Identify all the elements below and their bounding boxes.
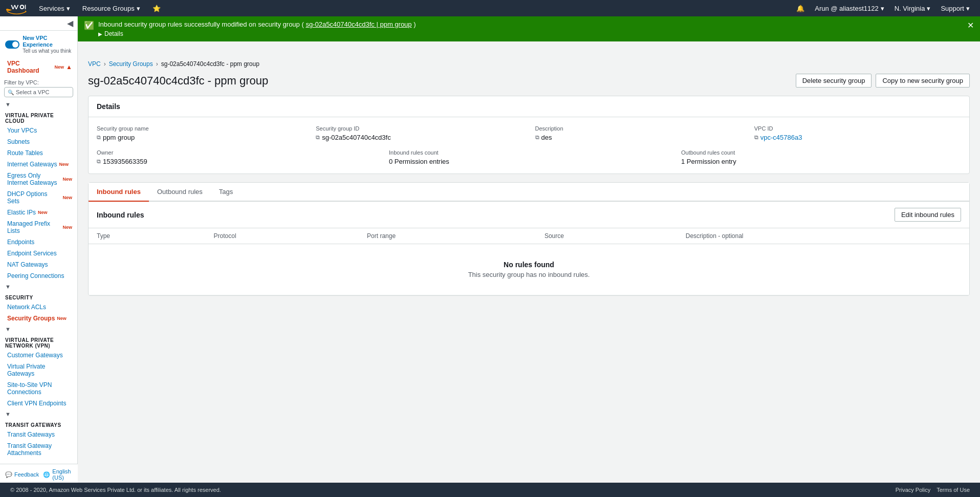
- region-menu[interactable]: N. Virginia ▾: [890, 0, 935, 16]
- notifications-button[interactable]: 🔔: [792, 0, 809, 16]
- details-card-header: Details: [89, 96, 969, 117]
- sidebar-transit-divider[interactable]: ▼: [0, 409, 77, 419]
- breadcrumb-vpc-link[interactable]: VPC: [88, 60, 101, 68]
- tab-outbound-rules[interactable]: Outbound rules: [149, 183, 211, 202]
- sidebar-item-customer-gateways[interactable]: Customer Gateways: [0, 350, 77, 361]
- copy-to-new-sg-button[interactable]: Copy to new security group: [876, 74, 970, 88]
- top-navigation: Services ▾ Resource Groups ▾ ⭐ 🔔 Arun @ …: [0, 0, 980, 16]
- sidebar-item-peering-connections[interactable]: Peering Connections: [0, 270, 77, 282]
- detail-owner: Owner ⧉ 153935663359: [97, 149, 377, 165]
- tab-tags[interactable]: Tags: [211, 183, 241, 202]
- sidebar-category-vpn: VIRTUAL PRIVATE NETWORK (VPN): [0, 334, 77, 350]
- mpl-badge: New: [62, 225, 72, 230]
- vpc-id-link[interactable]: vpc-c45786a3: [760, 134, 802, 141]
- sidebar-item-elastic-ips[interactable]: Elastic IPs New: [0, 207, 77, 218]
- support-chevron-icon: ▾: [966, 5, 970, 12]
- inbound-rules-title: Inbound rules: [97, 211, 144, 219]
- sidebar-item-your-vpcs[interactable]: Your VPCs: [0, 125, 77, 136]
- sidebar-footer: 💬 Feedback 🌐 English (US): [0, 464, 78, 485]
- page-footer: © 2008 - 2020, Amazon Web Services Priva…: [0, 483, 980, 497]
- breadcrumb-sep-1: ›: [104, 60, 106, 68]
- sidebar-item-managed-prefix-lists[interactable]: Managed Prefix Lists New: [0, 218, 77, 236]
- sidebar-item-site-to-site-vpn[interactable]: Site-to-Site VPN Connections: [0, 379, 77, 398]
- rules-tabs: Inbound rules Outbound rules Tags: [89, 183, 969, 202]
- eip-badge: New: [38, 210, 48, 215]
- aws-logo[interactable]: [6, 2, 27, 14]
- footer-right: Privacy Policy Terms of Use: [896, 487, 970, 493]
- sidebar-item-virtual-private-gateways[interactable]: Virtual Private Gateways: [0, 361, 77, 379]
- alert-sg-link[interactable]: sg-02a5c40740c4cd3fc | ppm group: [306, 20, 411, 28]
- privacy-policy-link[interactable]: Privacy Policy: [896, 487, 930, 493]
- eig-badge: New: [62, 177, 72, 182]
- alert-details-toggle[interactable]: ▶ Details: [98, 30, 416, 37]
- sidebar-item-egress-gateways[interactable]: Egress Only Internet Gateways New: [0, 170, 77, 188]
- inbound-rules-card-header: Inbound rules Edit inbound rules: [89, 202, 969, 228]
- sidebar-vpn-divider[interactable]: ▼: [0, 282, 77, 292]
- resource-groups-menu[interactable]: Resource Groups ▾: [78, 0, 144, 16]
- region-chevron-icon: ▾: [927, 5, 930, 12]
- sidebar-item-transit-gateway-attachments[interactable]: Transit Gateway Attachments: [0, 440, 77, 459]
- sidebar-item-route-tables[interactable]: Route Tables: [0, 147, 77, 159]
- success-alert-banner: ✅ Inbound security group rules successfu…: [78, 16, 980, 41]
- edit-inbound-rules-button[interactable]: Edit inbound rules: [895, 208, 961, 222]
- description-copy-icon[interactable]: ⧉: [535, 134, 539, 141]
- vpc-filter-select[interactable]: 🔍 Select a VPC: [4, 87, 73, 97]
- tab-inbound-rules[interactable]: Inbound rules: [89, 183, 149, 202]
- owner-value: ⧉ 153935663359: [97, 158, 377, 165]
- sidebar-item-endpoints[interactable]: Endpoints: [0, 236, 77, 248]
- inbound-rules-table: Type Protocol Port range Source Descript…: [89, 228, 969, 295]
- col-protocol: Protocol: [206, 228, 359, 244]
- sg-id-copy-icon[interactable]: ⧉: [316, 134, 320, 141]
- services-menu[interactable]: Services ▾: [35, 0, 74, 16]
- feedback-button[interactable]: 💬 Feedback: [5, 471, 39, 478]
- sidebar-item-client-vpn-endpoints[interactable]: Client VPN Endpoints: [0, 398, 77, 409]
- sidebar-item-dhcp-options[interactable]: DHCP Options Sets New: [0, 188, 77, 207]
- sidebar-collapse-arrow[interactable]: ▼: [0, 99, 77, 110]
- search-icon: 🔍: [8, 90, 14, 95]
- delete-security-group-button[interactable]: Delete security group: [796, 74, 872, 88]
- globe-icon: 🌐: [43, 471, 50, 478]
- sidebar-toggle: ◀: [0, 16, 77, 31]
- vpc-id-copy-icon[interactable]: ⧉: [754, 134, 758, 141]
- vpc-experience-toggle-section: New VPC Experience Tell us what you thin…: [0, 31, 77, 58]
- details-card-body: Security group name ⧉ ppm group Security…: [89, 117, 969, 174]
- dhcp-badge: New: [62, 195, 72, 200]
- empty-sub: This security group has no inbound rules…: [105, 271, 953, 278]
- language-button[interactable]: 🌐 English (US): [43, 468, 73, 481]
- support-menu[interactable]: Support ▾: [937, 0, 974, 16]
- sidebar-collapse-button[interactable]: ◀: [67, 18, 73, 28]
- detail-sg-id: Security group ID ⧉ sg-02a5c40740c4cd3fc: [316, 125, 522, 141]
- services-chevron-icon: ▾: [67, 5, 70, 12]
- empty-state: No rules found This security group has n…: [97, 248, 961, 291]
- sidebar-item-endpoint-services[interactable]: Endpoint Services: [0, 248, 77, 259]
- inbound-count-value: 0 Permission entries: [389, 158, 669, 165]
- alert-details-arrow-icon: ▶: [98, 31, 102, 37]
- breadcrumb-current: sg-02a5c40740c4cd3fc - ppm group: [161, 60, 259, 68]
- sg-id-value: ⧉ sg-02a5c40740c4cd3fc: [316, 134, 522, 141]
- sidebar-item-vpc-dashboard[interactable]: VPC Dashboard New ▲: [0, 58, 77, 76]
- user-menu[interactable]: Arun @ aliastest1122 ▾: [811, 0, 888, 16]
- breadcrumb-security-groups-link[interactable]: Security Groups: [109, 60, 153, 68]
- owner-copy-icon[interactable]: ⧉: [97, 158, 101, 165]
- sidebar-item-nat-gateways[interactable]: NAT Gateways: [0, 259, 77, 270]
- header-actions: Delete security group Copy to new securi…: [796, 74, 970, 88]
- sidebar-item-transit-gateways[interactable]: Transit Gateways: [0, 429, 77, 440]
- new-vpc-experience-toggle[interactable]: [5, 40, 19, 49]
- sidebar-item-security-groups[interactable]: Security Groups New: [0, 313, 77, 324]
- sidebar-item-internet-gateways[interactable]: Internet Gateways New: [0, 159, 77, 170]
- terms-of-use-link[interactable]: Terms of Use: [937, 487, 970, 493]
- sidebar-security-divider[interactable]: ▼: [0, 324, 77, 334]
- vpc-filter-section: Filter by VPC: 🔍 Select a VPC: [0, 76, 77, 99]
- alert-close-button[interactable]: ✕: [967, 20, 974, 30]
- footer-left: © 2008 - 2020, Amazon Web Services Priva…: [10, 487, 221, 493]
- sidebar-item-subnets[interactable]: Subnets: [0, 136, 77, 147]
- table-body: No rules found This security group has n…: [89, 244, 969, 295]
- vpc-id-value: ⧉ vpc-c45786a3: [754, 134, 961, 141]
- pin-icon-button[interactable]: ⭐: [148, 0, 165, 16]
- details-grid-row2: Owner ⧉ 153935663359 Inbound rules count…: [97, 149, 961, 165]
- vpc-toggle-sublabel: Tell us what you think: [23, 48, 72, 54]
- sg-name-copy-icon[interactable]: ⧉: [97, 134, 101, 141]
- sidebar-item-network-acls[interactable]: Network ACLs: [0, 301, 77, 313]
- breadcrumb: VPC › Security Groups › sg-02a5c40740c4c…: [88, 60, 970, 68]
- table-header-row: Type Protocol Port range Source Descript…: [89, 228, 969, 244]
